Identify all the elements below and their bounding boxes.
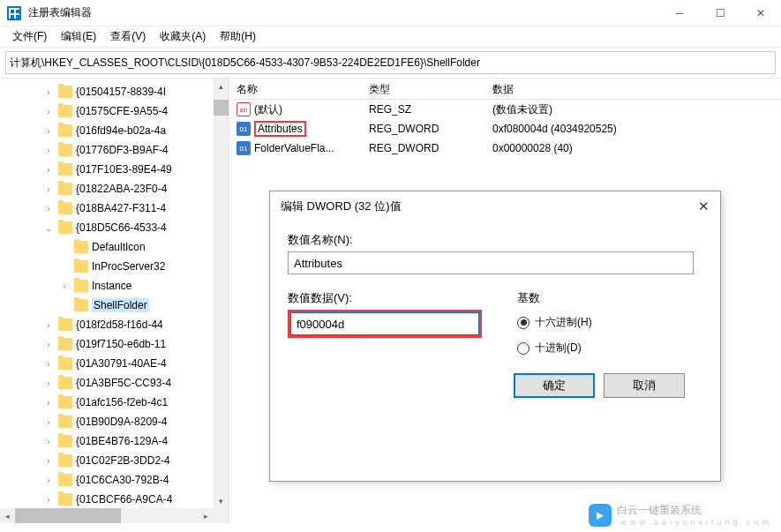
tree-item[interactable]: ›{019f7150-e6db-11 bbox=[0, 334, 229, 354]
watermark-text: 白云一键重装系统 bbox=[617, 504, 702, 516]
radix-label: 基数 bbox=[517, 290, 592, 306]
value-icon: 01 bbox=[237, 141, 251, 155]
value-row[interactable]: ab(默认)REG_SZ(数值未设置) bbox=[229, 100, 781, 119]
column-data[interactable]: 数据 bbox=[485, 79, 781, 99]
scroll-right-icon[interactable]: ▸ bbox=[199, 508, 214, 523]
tree-item[interactable]: ›{01CBCF66-A9CA-4 bbox=[0, 490, 229, 509]
tree-item-label: {017F10E3-89E4-49 bbox=[76, 163, 172, 176]
chevron-icon[interactable]: › bbox=[42, 107, 55, 116]
tree-item[interactable]: ›{01776DF3-B9AF-4 bbox=[0, 140, 229, 160]
scroll-up-icon[interactable]: ▴ bbox=[214, 79, 229, 94]
tree-item[interactable]: ›{01C6CA30-792B-4 bbox=[0, 470, 229, 490]
chevron-icon[interactable]: › bbox=[42, 320, 55, 330]
chevron-icon[interactable]: › bbox=[42, 378, 55, 388]
tree-scroll-thumb-v[interactable] bbox=[214, 100, 229, 116]
tree-item[interactable]: ›Instance bbox=[0, 276, 229, 296]
address-bar[interactable]: 计算机\HKEY_CLASSES_ROOT\CLSID\{018D5C66-45… bbox=[5, 51, 776, 74]
tree-item[interactable]: ShellFolder bbox=[0, 296, 229, 315]
tree-item[interactable]: ›{01afc156-f2eb-4c1 bbox=[0, 393, 229, 412]
tree-item[interactable]: ›{01C02F2B-3DD2-4 bbox=[0, 451, 229, 470]
tree-scroll-thumb-h[interactable] bbox=[15, 508, 121, 523]
value-name-field[interactable]: Attributes bbox=[288, 251, 694, 274]
tree-item[interactable]: ›{018f2d58-f16d-44 bbox=[0, 315, 229, 334]
chevron-icon[interactable]: ⌄ bbox=[42, 223, 55, 233]
folder-icon bbox=[74, 280, 88, 292]
tree-item-label: InProcServer32 bbox=[92, 260, 165, 273]
tree-item[interactable]: InProcServer32 bbox=[0, 257, 229, 276]
folder-icon bbox=[58, 163, 72, 176]
menu-view[interactable]: 查看(V) bbox=[103, 27, 153, 46]
radix-dec-radio[interactable]: 十进制(D) bbox=[517, 341, 592, 356]
tree-item[interactable]: ›{01B90D9A-8209-4 bbox=[0, 412, 229, 431]
chevron-icon[interactable]: › bbox=[42, 165, 55, 175]
folder-icon bbox=[58, 435, 72, 447]
radix-hex-radio[interactable]: 十六进制(H) bbox=[517, 315, 592, 330]
app-icon bbox=[7, 6, 21, 20]
tree-scrollbar-horizontal[interactable]: ◂ ▸ bbox=[0, 508, 214, 523]
menubar: 文件(F) 编辑(E) 查看(V) 收藏夹(A) 帮助(H) bbox=[0, 26, 781, 48]
radix-dec-label: 十进制(D) bbox=[535, 341, 582, 356]
chevron-icon[interactable]: › bbox=[58, 281, 71, 291]
value-type: REG_DWORD bbox=[362, 142, 485, 154]
folder-icon bbox=[74, 241, 88, 253]
close-button[interactable]: ✕ bbox=[740, 0, 781, 26]
tree-item[interactable]: ›{01BE4B76-129A-4 bbox=[0, 431, 229, 451]
scroll-down-icon[interactable]: ▾ bbox=[214, 493, 229, 508]
tree-item[interactable]: ›{01A3BF5C-CC93-4 bbox=[0, 373, 229, 393]
scroll-left-icon[interactable]: ◂ bbox=[0, 508, 15, 523]
value-name: FolderValueFla... bbox=[254, 142, 334, 154]
tree-item[interactable]: ⌄{018D5C66-4533-4 bbox=[0, 218, 229, 237]
chevron-icon[interactable]: › bbox=[42, 417, 55, 427]
tree-item[interactable]: ›{01A30791-40AE-4 bbox=[0, 354, 229, 373]
menu-edit[interactable]: 编辑(E) bbox=[54, 27, 103, 46]
value-row[interactable]: 01FolderValueFla...REG_DWORD0x00000028 (… bbox=[229, 139, 781, 158]
tree-item-label: {018f2d58-f16d-44 bbox=[76, 318, 163, 331]
chevron-icon[interactable]: › bbox=[42, 359, 55, 369]
tree-item[interactable]: ›{01822ABA-23F0-4 bbox=[0, 179, 229, 199]
chevron-icon[interactable]: › bbox=[42, 495, 55, 505]
tree-item-label: Instance bbox=[92, 280, 131, 292]
minimize-button[interactable]: ─ bbox=[659, 0, 700, 26]
menu-favorites[interactable]: 收藏夹(A) bbox=[153, 27, 213, 46]
value-row[interactable]: 01AttributesREG_DWORD0xf080004d (4034920… bbox=[229, 119, 781, 139]
menu-file[interactable]: 文件(F) bbox=[5, 27, 54, 46]
chevron-icon[interactable]: › bbox=[42, 146, 55, 155]
tree-item-label: ShellFolder bbox=[92, 298, 149, 312]
tree-scrollbar-vertical[interactable]: ▴ ▾ bbox=[214, 79, 229, 523]
cancel-button[interactable]: 取消 bbox=[604, 373, 685, 398]
chevron-icon[interactable]: › bbox=[42, 398, 55, 408]
dialog-titlebar[interactable]: 编辑 DWORD (32 位)值 ✕ bbox=[270, 191, 720, 221]
tree-item[interactable]: ›{018BA427-F311-4 bbox=[0, 199, 229, 218]
titlebar: 注册表编辑器 ─ ☐ ✕ bbox=[0, 0, 781, 26]
tree-item[interactable]: ›{01504157-8839-4I bbox=[0, 82, 229, 101]
chevron-icon[interactable]: › bbox=[42, 204, 55, 214]
tree-item[interactable]: ›{01575CFE-9A55-4 bbox=[0, 101, 229, 121]
chevron-icon[interactable]: › bbox=[42, 476, 55, 485]
menu-help[interactable]: 帮助(H) bbox=[213, 27, 263, 46]
value-data-input[interactable] bbox=[290, 312, 479, 335]
maximize-button[interactable]: ☐ bbox=[700, 0, 740, 26]
tree-item[interactable]: ›{017F10E3-89E4-49 bbox=[0, 160, 229, 179]
column-name[interactable]: 名称 bbox=[229, 79, 362, 99]
tree-item[interactable]: DefaultIcon bbox=[0, 237, 229, 257]
chevron-icon[interactable]: › bbox=[42, 126, 55, 136]
ok-button[interactable]: 确定 bbox=[514, 373, 595, 398]
tree-item-label: {01C02F2B-3DD2-4 bbox=[76, 454, 170, 467]
column-type[interactable]: 类型 bbox=[362, 79, 485, 99]
watermark-icon: ▸ bbox=[589, 504, 612, 527]
value-name: (默认) bbox=[254, 102, 282, 117]
chevron-icon[interactable]: › bbox=[42, 87, 55, 97]
folder-icon bbox=[58, 105, 72, 117]
chevron-icon[interactable]: › bbox=[42, 340, 55, 349]
tree-item[interactable]: ›{016fd94e-b02a-4a bbox=[0, 121, 229, 140]
chevron-icon[interactable]: › bbox=[42, 437, 55, 446]
address-text: 计算机\HKEY_CLASSES_ROOT\CLSID\{018D5C66-45… bbox=[10, 56, 771, 71]
chevron-icon[interactable]: › bbox=[42, 456, 55, 466]
value-data-label: 数值数据(V): bbox=[288, 290, 499, 306]
value-icon: ab bbox=[237, 102, 251, 116]
chevron-icon[interactable]: › bbox=[42, 184, 55, 194]
dialog-close-button[interactable]: ✕ bbox=[681, 199, 710, 214]
folder-icon bbox=[58, 183, 72, 195]
folder-icon bbox=[58, 396, 72, 408]
tree-item-label: {01A30791-40AE-4 bbox=[76, 357, 167, 370]
